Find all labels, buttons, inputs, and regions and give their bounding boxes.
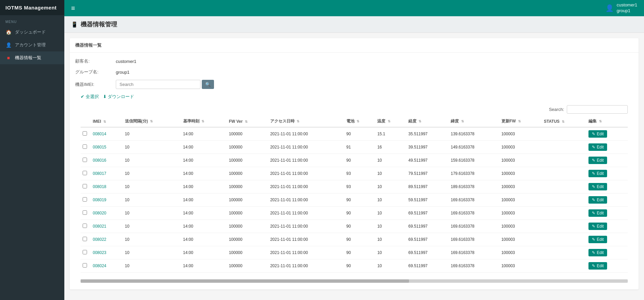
row-access-time: 2021-11-01 11:00:00	[268, 246, 344, 259]
row-checkbox[interactable]	[83, 171, 87, 175]
imei-link[interactable]: 008017	[93, 171, 106, 176]
sidebar-item-label: 機器情報一覧	[15, 55, 41, 61]
th-interval[interactable]: 送信間隔(分) ⇅	[123, 116, 181, 127]
devices-icon: ■	[5, 55, 12, 61]
row-access-time: 2021-11-01 11:00:00	[268, 207, 344, 220]
sidebar-item-account[interactable]: 👤 アカウント管理	[0, 39, 64, 51]
imei-link[interactable]: 008021	[93, 224, 106, 229]
row-temperature: 10	[375, 180, 406, 193]
edit-button[interactable]: ✎ Edit	[588, 209, 607, 217]
sort-icon-status: ⇅	[562, 120, 564, 123]
imei-link[interactable]: 008022	[93, 237, 106, 242]
hamburger-menu[interactable]: ≡	[71, 4, 75, 12]
table-search-input[interactable]	[567, 105, 628, 114]
imei-link[interactable]: 008016	[93, 158, 106, 163]
row-checkbox-cell	[81, 167, 91, 180]
edit-button[interactable]: ✎ Edit	[588, 223, 607, 230]
row-battery: 90	[344, 127, 375, 141]
page-title-icon: 📱	[71, 21, 78, 28]
imei-link[interactable]: 008023	[93, 250, 106, 255]
th-status[interactable]: STATUS ⇅	[542, 116, 586, 127]
imei-link[interactable]: 008014	[93, 132, 106, 136]
edit-icon: ✎	[592, 145, 595, 149]
row-update-fw: 100003	[499, 233, 542, 246]
row-checkbox-cell	[81, 233, 91, 246]
imei-link[interactable]: 008020	[93, 211, 106, 215]
table-header-row: IMEI ⇅ 送信間隔(分) ⇅ 基準時刻 ⇅ FW Ver ⇅ アクセス日時 …	[81, 116, 628, 127]
th-access-time[interactable]: アクセス日時 ⇅	[268, 116, 344, 127]
edit-button[interactable]: ✎ Edit	[588, 143, 607, 151]
th-base-time[interactable]: 基準時刻 ⇅	[181, 116, 227, 127]
imei-link[interactable]: 008024	[93, 263, 106, 268]
row-checkbox[interactable]	[83, 144, 87, 149]
app-logo: IOTMS Management	[0, 0, 64, 15]
row-fw-ver: 100000	[227, 127, 268, 141]
row-temperature: 15.1	[375, 127, 406, 141]
row-checkbox[interactable]	[83, 197, 87, 202]
group-label: グループ名:	[75, 69, 116, 75]
sort-icon-base-time: ⇅	[201, 119, 204, 123]
row-temperature: 10	[375, 246, 406, 259]
edit-button[interactable]: ✎ Edit	[588, 170, 607, 177]
imei-search-button[interactable]: 🔍	[202, 80, 214, 89]
sidebar-item-dashboard[interactable]: 🏠 ダッシュボード	[0, 26, 64, 39]
edit-button[interactable]: ✎ Edit	[588, 130, 607, 138]
th-fw-ver[interactable]: FW Ver ⇅	[227, 116, 268, 127]
th-imei[interactable]: IMEI ⇅	[91, 116, 123, 127]
row-checkbox-cell	[81, 193, 91, 207]
row-longitude: 69.511997	[406, 259, 449, 273]
row-access-time: 2021-11-01 11:00:00	[268, 220, 344, 233]
row-status	[542, 246, 586, 259]
imei-link[interactable]: 008018	[93, 184, 106, 189]
row-update-fw: 100003	[499, 167, 542, 180]
row-checkbox[interactable]	[83, 158, 87, 162]
imei-search-input[interactable]	[116, 80, 200, 89]
row-base-time: 14:00	[181, 207, 227, 220]
row-checkbox[interactable]	[83, 224, 87, 228]
edit-button[interactable]: ✎ Edit	[588, 236, 607, 243]
edit-button[interactable]: ✎ Edit	[588, 249, 607, 256]
row-checkbox-cell	[81, 127, 91, 141]
row-checkbox[interactable]	[83, 263, 87, 268]
row-latitude: 159.6163378	[449, 154, 499, 167]
th-edit[interactable]: 編集 ⇅	[586, 116, 628, 127]
download-label: ⬇ ダウンロード	[103, 94, 134, 100]
sidebar-item-devices[interactable]: ■ 機器情報一覧	[0, 51, 64, 64]
row-update-fw: 100003	[499, 141, 542, 154]
edit-icon: ✎	[592, 263, 595, 268]
horizontal-scrollbar[interactable]	[81, 279, 628, 283]
row-status	[542, 154, 586, 167]
row-latitude: 169.6163378	[449, 259, 499, 273]
row-checkbox[interactable]	[83, 250, 87, 254]
card-body: 顧客名: customer1 グループ名: group1 機器IMEI: 🔍	[70, 53, 639, 290]
th-latitude[interactable]: 緯度 ⇅	[449, 116, 499, 127]
table-row: 008021 10 14:00 100000 2021-11-01 11:00:…	[81, 220, 628, 233]
row-edit-cell: ✎ Edit	[586, 154, 628, 167]
select-all-button[interactable]: ✔ 全選択	[81, 94, 99, 100]
row-status	[542, 207, 586, 220]
row-latitude: 169.6163378	[449, 220, 499, 233]
row-fw-ver: 100000	[227, 167, 268, 180]
row-battery: 93	[344, 167, 375, 180]
edit-button[interactable]: ✎ Edit	[588, 262, 607, 270]
row-temperature: 10	[375, 154, 406, 167]
table-row: 008017 10 14:00 100000 2021-11-01 11:00:…	[81, 167, 628, 180]
edit-button[interactable]: ✎ Edit	[588, 157, 607, 164]
imei-link[interactable]: 008019	[93, 198, 106, 202]
row-checkbox[interactable]	[83, 131, 87, 136]
row-longitude: 69.511997	[406, 207, 449, 220]
th-battery[interactable]: 電池 ⇅	[344, 116, 375, 127]
row-checkbox[interactable]	[83, 184, 87, 188]
row-imei: 008015	[91, 141, 123, 154]
download-button[interactable]: ⬇ ダウンロード	[103, 94, 134, 100]
th-longitude[interactable]: 経度 ⇅	[406, 116, 449, 127]
imei-link[interactable]: 008015	[93, 145, 106, 149]
row-checkbox[interactable]	[83, 237, 87, 241]
th-update-fw[interactable]: 更新FW ⇅	[499, 116, 542, 127]
row-fw-ver: 100000	[227, 193, 268, 207]
row-base-time: 14:00	[181, 220, 227, 233]
th-temperature[interactable]: 温度 ⇅	[375, 116, 406, 127]
edit-button[interactable]: ✎ Edit	[588, 196, 607, 204]
edit-button[interactable]: ✎ Edit	[588, 183, 607, 190]
row-checkbox[interactable]	[83, 210, 87, 215]
